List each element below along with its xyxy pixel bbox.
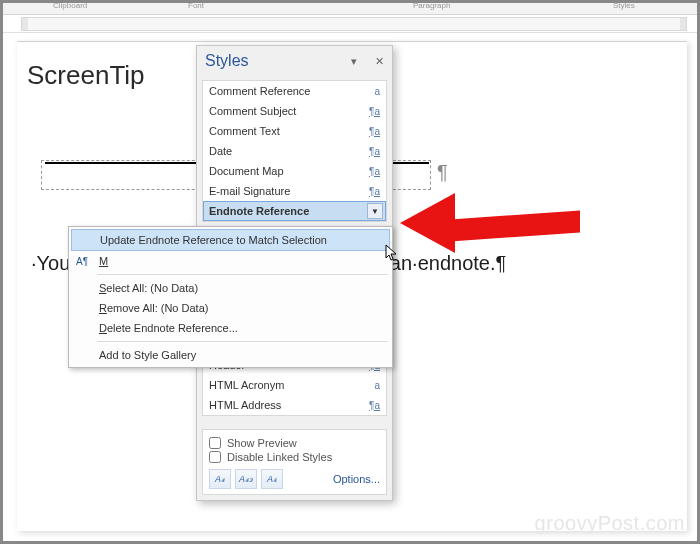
menu-modify[interactable]: A¶ M	[69, 251, 392, 271]
pane-options-icon[interactable]: ▾	[351, 55, 357, 68]
close-icon[interactable]: ✕	[375, 55, 384, 68]
style-row[interactable]: Comment Subject¶a	[203, 101, 386, 121]
menu-remove-all[interactable]: Remove All: (No Data)	[69, 298, 392, 318]
mouse-cursor-icon	[385, 244, 399, 262]
style-row[interactable]: Document Map¶a	[203, 161, 386, 181]
style-dropdown-icon[interactable]: ▼	[367, 203, 383, 219]
style-row[interactable]: HTML Address¶a	[203, 395, 386, 415]
modify-icon: A¶	[75, 254, 89, 268]
ribbon-group-font: Font	[188, 1, 204, 10]
ribbon-group-styles: Styles	[613, 1, 635, 10]
styles-pane-footer: Show Preview Disable Linked Styles A₄ A₄…	[202, 429, 387, 495]
style-row[interactable]: E-mail Signature¶a	[203, 181, 386, 201]
ribbon-group-labels: Clipboard Font Paragraph Styles	[3, 1, 697, 15]
ribbon-group-clipboard: Clipboard	[53, 1, 87, 10]
show-preview-checkbox[interactable]: Show Preview	[209, 437, 380, 449]
new-style-icon[interactable]: A₄	[209, 469, 231, 489]
menu-update-to-match[interactable]: Update Endnote Reference to Match Select…	[71, 229, 390, 251]
style-row[interactable]: Comment Text¶a	[203, 121, 386, 141]
styles-list-top: Comment Referencea Comment Subject¶a Com…	[202, 80, 387, 222]
watermark: groovyPost.com	[535, 512, 685, 535]
menu-delete-ref[interactable]: Delete Endnote Reference...	[69, 318, 392, 338]
styles-pane-title: Styles	[205, 52, 249, 70]
disable-linked-checkbox[interactable]: Disable Linked Styles	[209, 451, 380, 463]
ribbon-group-paragraph: Paragraph	[413, 1, 450, 10]
style-context-menu: Update Endnote Reference to Match Select…	[68, 226, 393, 368]
ruler[interactable]	[3, 15, 697, 33]
style-row-selected[interactable]: Endnote Reference ▼	[203, 201, 386, 221]
menu-add-gallery[interactable]: Add to Style Gallery	[69, 345, 392, 365]
callout-arrow-icon	[400, 193, 580, 253]
style-row[interactable]: Comment Referencea	[203, 81, 386, 101]
manage-styles-icon[interactable]: A₄	[261, 469, 283, 489]
style-row[interactable]: HTML Acronyma	[203, 375, 386, 395]
style-row[interactable]: Date¶a	[203, 141, 386, 161]
options-link[interactable]: Options...	[333, 473, 380, 485]
pilcrow-mark: ¶	[437, 161, 448, 184]
style-inspector-icon[interactable]: A₄₃	[235, 469, 257, 489]
menu-select-all[interactable]: Select All: (No Data)	[69, 278, 392, 298]
